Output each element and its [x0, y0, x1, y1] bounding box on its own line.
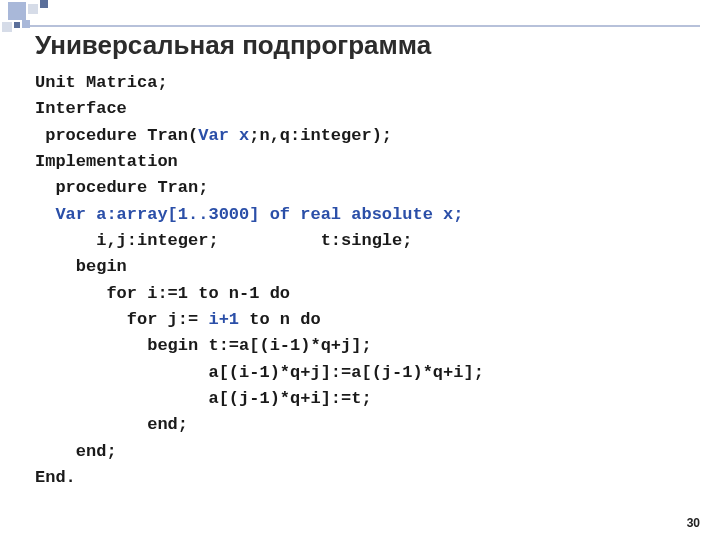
code-line: End.: [35, 468, 76, 487]
code-line: Var a:array[1..3000] of real absolute x;: [35, 205, 463, 224]
code-line: Implementation: [35, 152, 178, 171]
code-line: end;: [35, 442, 117, 461]
code-block: Unit Matrica; Interface procedure Tran(V…: [35, 70, 700, 492]
code-line: for i:=1 to n-1 do: [35, 284, 290, 303]
code-line: end;: [35, 415, 188, 434]
code-line: begin: [35, 257, 127, 276]
code-line: i,j:integer; t:single;: [35, 231, 412, 250]
title-underline: [30, 25, 700, 27]
code-line: for j:= i+1 to n do: [35, 310, 321, 329]
code-line: procedure Tran;: [35, 178, 208, 197]
page-number: 30: [687, 516, 700, 530]
code-line: procedure Tran(Var x;n,q:integer);: [35, 126, 392, 145]
slide-title: Универсальная подпрограмма: [35, 30, 431, 61]
code-line: Interface: [35, 99, 127, 118]
code-line: Unit Matrica;: [35, 73, 168, 92]
code-line: begin t:=a[(i-1)*q+j];: [35, 336, 372, 355]
code-line: a[(i-1)*q+j]:=a[(j-1)*q+i];: [35, 363, 484, 382]
code-line: a[(j-1)*q+i]:=t;: [35, 389, 372, 408]
